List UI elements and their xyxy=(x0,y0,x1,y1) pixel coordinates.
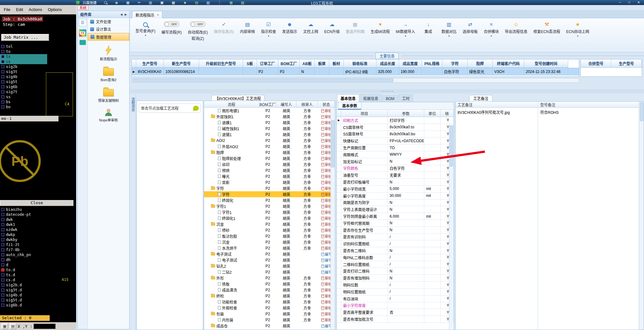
layer-row[interactable]: dh xyxy=(0,257,47,262)
scrollbar-thumb[interactable] xyxy=(640,102,643,121)
param-row[interactable]: 字符框代替周期 N Y xyxy=(337,220,454,227)
layer-color-chip[interactable] xyxy=(1,304,4,307)
ribbon-button[interactable]: ≡ 合拼模块 ▾ xyxy=(482,21,500,38)
layer-color-chip[interactable] xyxy=(1,95,4,98)
column-header[interactable]: S板 xyxy=(243,59,257,68)
tool-icon[interactable] xyxy=(80,40,86,45)
column-header[interactable]: 生产型号 xyxy=(136,59,164,68)
param-row[interactable]: ▶ 印刷方式 打印字符 Y xyxy=(337,117,454,124)
column-header[interactable]: 板厚 xyxy=(315,59,329,68)
layer-row[interactable]: sig6b xyxy=(0,84,47,89)
column-header[interactable]: 合拼型号 xyxy=(581,59,611,68)
column-header[interactable]: 成品宽度 xyxy=(399,59,422,68)
layer-color-chip[interactable] xyxy=(1,283,4,287)
process-row[interactable]: 曝光 P2 胡英 方幸 已审核 xyxy=(204,173,335,179)
layer-color-chip[interactable] xyxy=(1,228,4,231)
process-row[interactable]: 字符 P2 胡英 方幸 已审核 xyxy=(204,185,335,191)
ribbon-button[interactable]: ☺ 导出流程信息 ▾ xyxy=(503,21,529,38)
layer-color-chip[interactable] xyxy=(1,65,4,68)
layer-color-chip[interactable] xyxy=(1,268,4,271)
sidebar-item-design-algorithm[interactable]: 设计算法 xyxy=(88,25,129,33)
tool-nope-review[interactable]: Nope单审核 xyxy=(99,108,118,122)
column-header[interactable]: 字符 xyxy=(442,59,468,68)
cam-menu-item[interactable]: Actions xyxy=(29,7,42,12)
process-notes-content[interactable]: 8V3CH00KA0序列号批次号.jpg xyxy=(456,108,538,116)
layer-row[interactable]: ts xyxy=(0,54,47,59)
column-header[interactable]: 终端客户代码 xyxy=(493,59,524,68)
minimize-button[interactable]: ─ xyxy=(615,0,625,5)
scrollbar-thumb[interactable] xyxy=(331,120,335,167)
param-row[interactable]: 是否存在生产型号 N Y xyxy=(337,227,454,234)
tab-basic-info[interactable]: 基本信息 xyxy=(337,94,359,102)
process-row[interactable]: 铣板 P2 胡英 方幸 已审核 xyxy=(204,281,335,287)
param-row[interactable]: 是否有二维码 N Y xyxy=(337,247,454,254)
layer-color-chip[interactable] xyxy=(1,243,4,246)
layer-color-chip[interactable] xyxy=(1,238,4,241)
vertical-scrollbar[interactable] xyxy=(639,102,644,330)
layer-row[interactable]: fz1-2t xyxy=(0,242,47,247)
process-row[interactable]: 显影 P2 胡英 方幸 已审核 xyxy=(204,179,335,185)
maximize-button[interactable]: □ xyxy=(625,0,634,5)
hamburger-menu-icon[interactable]: ☰ xyxy=(79,19,86,26)
process-row[interactable]: 成品仓 P2 胡英 已编写 xyxy=(204,323,335,329)
ribbon-button[interactable]: ☻ 发送指示 ▾ xyxy=(280,21,299,38)
param-row[interactable]: 字符颜色 白色字符 Y xyxy=(337,165,454,172)
process-row[interactable]: 终检 P2 胡英 方幸 已审核 xyxy=(204,293,335,299)
column-header[interactable]: 流程 xyxy=(204,101,259,108)
table-row[interactable]: ▶ 8V3CH00KA010010800086214P2P2NIPC-6012 … xyxy=(132,68,579,76)
subtab-basic-params[interactable]: 基本参数 xyxy=(338,102,361,109)
param-value[interactable]: 30.000 xyxy=(388,193,424,199)
process-row[interactable]: 电子测试 P2 胡英 已编写 xyxy=(204,257,335,263)
process-flow-title[interactable]: 【8V3CH00KA0】工艺流程 xyxy=(211,95,264,101)
param-value[interactable]: N xyxy=(388,268,424,275)
tab-extended-info[interactable]: 拓展信息 xyxy=(360,94,382,102)
off-toggle-switch[interactable]: OFF xyxy=(190,21,206,27)
chevron-down-icon[interactable]: ▾ xyxy=(491,35,492,37)
layer-color-chip[interactable] xyxy=(1,233,4,236)
column-header[interactable]: BOM工厂 xyxy=(259,101,276,108)
tab-work-hours[interactable]: 工时 xyxy=(398,94,413,102)
param-row[interactable]: 识别码位置图纸 / Y xyxy=(337,240,454,247)
param-value[interactable]: / xyxy=(388,288,424,295)
ribbon-button[interactable]: ✔ 保存信息(S) ▾ xyxy=(212,21,236,38)
layer-row[interactable]: sig6b.d xyxy=(0,303,47,308)
layer-color-chip[interactable] xyxy=(1,70,4,73)
param-value[interactable]: / xyxy=(388,240,424,247)
param-row[interactable]: 是否有增加明码 N Y xyxy=(337,275,454,282)
layer-color-chip[interactable] xyxy=(1,80,4,83)
param-value[interactable]: FP+UL+DATECODE xyxy=(388,137,424,144)
chevron-down-icon[interactable]: ▾ xyxy=(577,35,578,37)
cam-close-button[interactable]: Close xyxy=(0,200,74,206)
cam-menu-item[interactable]: Edit xyxy=(16,7,23,12)
ribbon-button[interactable]: ⚒ 修复ECN丢流程 ▾ xyxy=(532,21,562,38)
param-value[interactable]: N xyxy=(388,220,424,227)
column-header[interactable]: 订单工厂 xyxy=(257,59,278,68)
param-value[interactable]: 白色字符 xyxy=(388,165,424,172)
column-header[interactable]: 单位 xyxy=(424,110,441,117)
system-tab[interactable]: 系统 xyxy=(77,5,89,10)
sidebar-item-data-management[interactable]: 数据管理 xyxy=(88,33,129,41)
splitter-grip[interactable] xyxy=(380,90,394,92)
param-row[interactable]: 二维码位置图纸 / Y xyxy=(337,261,454,268)
layer-row[interactable]: dwkby xyxy=(0,237,47,242)
horizontal-scrollbar[interactable] xyxy=(131,78,579,83)
layer-color-chip[interactable] xyxy=(1,278,4,282)
param-value[interactable]: / xyxy=(388,261,424,268)
layer-color-chip[interactable] xyxy=(1,263,4,266)
layer-row[interactable]: datecode-pt xyxy=(0,212,47,217)
param-value[interactable]: 5.000 xyxy=(388,186,424,192)
scrollbar-thumb[interactable] xyxy=(450,126,453,166)
process-row[interactable]: 终固化1 P2 胡英 方幸 已审核 xyxy=(204,215,335,221)
param-row[interactable]: 是否打印板编号 N Y xyxy=(337,179,454,186)
param-row[interactable]: 明码位置图纸 / Y xyxy=(337,288,454,295)
param-row[interactable]: 每PNL二维码总数 / Y xyxy=(337,254,454,261)
layer-color-chip[interactable] xyxy=(1,273,4,277)
cam-menu-item[interactable]: File xyxy=(4,7,10,12)
column-header[interactable]: PNL规格 xyxy=(422,59,442,68)
column-header[interactable]: 验收标准 xyxy=(344,59,376,68)
column-header[interactable]: 成品长度 xyxy=(376,59,399,68)
process-row[interactable]: 喷砂 P2 胡英 方幸 已审核 xyxy=(204,227,335,233)
layer-row[interactable]: d xyxy=(0,262,47,267)
layer-row[interactable]: sig3t.d xyxy=(0,288,47,293)
layer-color-chip[interactable] xyxy=(1,85,4,88)
